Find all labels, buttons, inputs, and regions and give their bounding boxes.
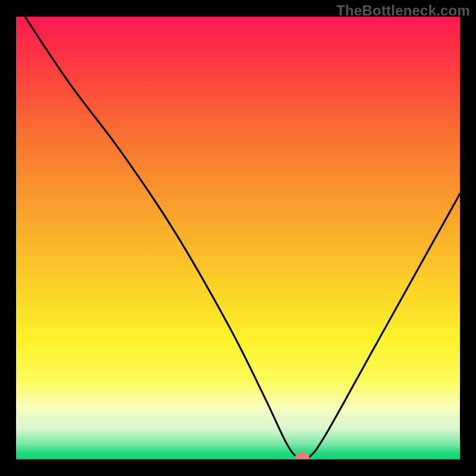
chart-frame: TheBottleneck.com — [0, 0, 476, 476]
gradient-background — [16, 17, 460, 459]
plot-area — [16, 17, 460, 459]
chart-svg — [16, 17, 460, 459]
